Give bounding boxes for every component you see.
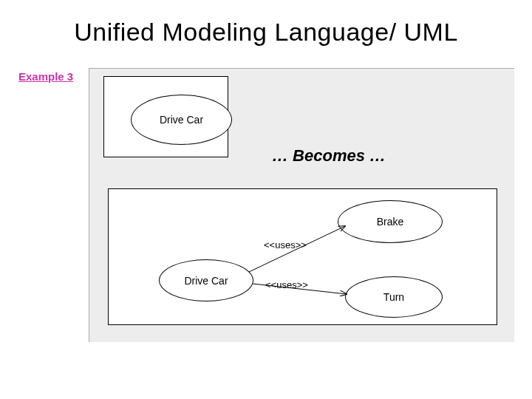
usecase-turn: Turn xyxy=(345,276,443,318)
usecase-brake: Brake xyxy=(338,200,443,243)
before-system-box: Drive Car xyxy=(103,76,228,157)
uses-stereotype-brake: <<uses>> xyxy=(264,239,307,250)
after-system-box: Drive Car Brake Turn xyxy=(108,188,497,325)
usecase-label: Drive Car xyxy=(160,114,203,126)
usecase-drive-car-after: Drive Car xyxy=(159,259,253,301)
becomes-text: … Becomes … xyxy=(272,146,386,166)
uses-stereotype-turn: <<uses>> xyxy=(265,279,308,290)
usecase-label: Brake xyxy=(377,216,404,228)
example-label: Example 3 xyxy=(18,70,73,83)
diagram-panel: Drive Car … Becomes … Drive Car Brake Tu… xyxy=(89,68,514,342)
page-title: Unified Modeling Language/ UML xyxy=(0,18,532,47)
slide: Unified Modeling Language/ UML Example 3… xyxy=(0,0,532,399)
usecase-drive-car-before: Drive Car xyxy=(131,95,232,145)
usecase-label: Drive Car xyxy=(184,275,228,287)
usecase-label: Turn xyxy=(383,291,404,303)
